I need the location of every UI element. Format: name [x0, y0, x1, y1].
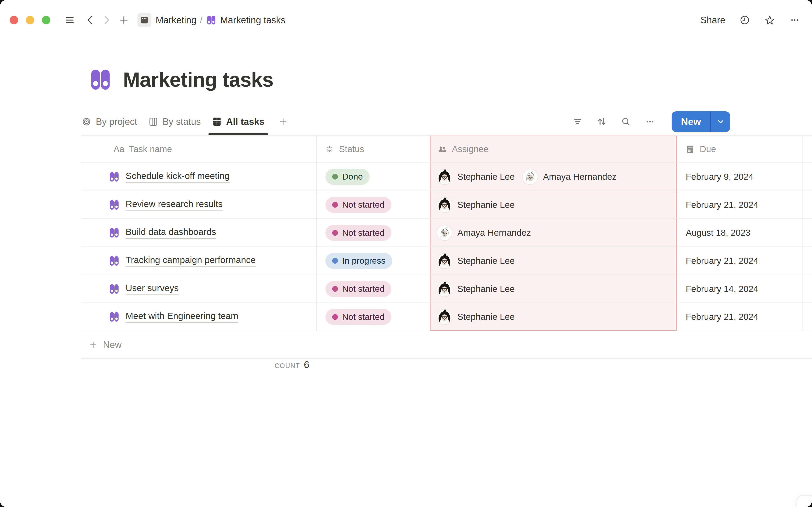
nav-back-button[interactable]	[83, 13, 97, 27]
new-button-dropdown[interactable]	[710, 111, 730, 132]
status-pill[interactable]: Not started	[325, 281, 392, 297]
column-label: Status	[339, 144, 364, 154]
status-cell[interactable]: Not started	[317, 303, 430, 331]
new-button[interactable]: New	[672, 111, 730, 132]
new-tab-button[interactable]	[117, 13, 131, 27]
status-pill[interactable]: Not started	[325, 225, 392, 241]
due-date-cell[interactable]: February 21, 2024	[677, 247, 803, 275]
chevron-right-icon	[101, 14, 112, 25]
assignee-cell[interactable]: Stephanie LeeAmaya Hernandez	[430, 163, 677, 190]
table-footer: COUNT 6	[82, 359, 812, 387]
count-label: COUNT	[275, 362, 300, 370]
minimize-window-button[interactable]	[26, 16, 34, 24]
assignee-cell[interactable]: Stephanie Lee	[430, 303, 677, 331]
due-date-cell[interactable]: February 21, 2024	[677, 303, 803, 331]
assignee-cell[interactable]: Stephanie Lee	[430, 247, 677, 275]
column-header-task-name[interactable]: Aa Task name	[82, 135, 317, 162]
row-spacer	[803, 219, 812, 246]
assignee-cell[interactable]: Stephanie Lee	[430, 275, 677, 303]
sidebar-menu-button[interactable]	[63, 13, 77, 27]
avatar	[436, 197, 453, 213]
view-tabs-bar: By project By status All tasks New	[82, 108, 812, 135]
status-label: Not started	[342, 200, 385, 210]
assignee-chip: Stephanie Lee	[436, 197, 515, 213]
zoom-window-button[interactable]	[42, 16, 50, 24]
table-row: Build data dashboardsNot startedAmaya He…	[82, 219, 812, 247]
assignee-name: Stephanie Lee	[457, 256, 515, 266]
row-spacer	[803, 303, 812, 331]
due-date: February 21, 2024	[686, 200, 758, 210]
due-date-cell[interactable]: February 21, 2024	[677, 191, 803, 219]
due-date-cell[interactable]: February 9, 2024	[677, 163, 803, 190]
add-view-button[interactable]	[273, 108, 293, 135]
binoculars-icon	[108, 171, 120, 183]
page-binoculars-icon[interactable]	[88, 67, 113, 92]
avatar	[436, 225, 453, 241]
history-clock-icon[interactable]	[739, 14, 750, 25]
table-row: Tracking campaign performanceIn progress…	[82, 247, 812, 275]
close-window-button[interactable]	[10, 16, 18, 24]
task-name-cell[interactable]: Meet with Engineering team	[82, 303, 317, 331]
favorite-star-icon[interactable]	[764, 14, 775, 25]
column-header-assignee[interactable]: Assignee	[430, 135, 677, 162]
status-cell[interactable]: Not started	[317, 275, 430, 303]
status-pill[interactable]: In progress	[325, 253, 392, 269]
marketing-page-icon	[138, 13, 151, 27]
status-pill[interactable]: Done	[325, 169, 370, 185]
task-name-cell[interactable]: Tracking campaign performance	[82, 247, 317, 275]
task-name-link[interactable]: Review research results	[125, 199, 223, 211]
binoculars-icon	[108, 311, 120, 323]
task-name-cell[interactable]: Schedule kick-off meeting	[82, 163, 317, 190]
task-name-link[interactable]: User surveys	[125, 283, 179, 295]
tab-by-status[interactable]: By status	[143, 108, 206, 135]
search-icon[interactable]	[620, 116, 631, 127]
task-name-link[interactable]: Schedule kick-off meeting	[125, 171, 230, 183]
nav-forward-button[interactable]	[99, 13, 114, 27]
more-options-icon[interactable]	[789, 14, 800, 25]
view-options-icon[interactable]	[645, 116, 656, 127]
new-button-label[interactable]: New	[672, 111, 710, 132]
status-cell[interactable]: Done	[317, 163, 430, 190]
due-date-cell[interactable]: February 14, 2024	[677, 275, 803, 303]
assignee-chip: Stephanie Lee	[436, 169, 515, 185]
tab-by-project[interactable]: By project	[82, 108, 143, 135]
binoculars-icon	[108, 227, 120, 239]
status-cell[interactable]: Not started	[317, 219, 430, 246]
breadcrumb-parent[interactable]: Marketing	[131, 13, 196, 27]
column-header-status[interactable]: Status	[317, 135, 430, 162]
count-calculation[interactable]: COUNT 6	[82, 359, 317, 387]
assignee-cell[interactable]: Stephanie Lee	[430, 191, 677, 219]
status-cell[interactable]: In progress	[317, 247, 430, 275]
filter-icon[interactable]	[572, 116, 583, 127]
status-pill[interactable]: Not started	[325, 197, 392, 213]
avatar	[436, 252, 453, 269]
assignee-name: Amaya Hernandez	[543, 172, 617, 182]
share-button[interactable]: Share	[701, 15, 725, 25]
task-name-cell[interactable]: Build data dashboards	[82, 219, 317, 246]
table-body: Schedule kick-off meetingDoneStephanie L…	[82, 163, 812, 331]
tab-label: By project	[96, 116, 137, 127]
page-title[interactable]: Marketing tasks	[123, 68, 273, 91]
plus-icon	[89, 340, 98, 349]
new-row-button[interactable]: New	[82, 331, 812, 359]
task-name-link[interactable]: Build data dashboards	[125, 227, 216, 239]
table-row: User surveysNot startedStephanie LeeFebr…	[82, 275, 812, 303]
status-cell[interactable]: Not started	[317, 191, 430, 219]
status-dot-icon	[332, 286, 338, 292]
column-header-due[interactable]: Due	[677, 135, 803, 162]
table-header-row: Aa Task name Status Assignee Due	[82, 135, 812, 163]
task-name-cell[interactable]: Review research results	[82, 191, 317, 219]
status-pill[interactable]: Not started	[325, 309, 392, 325]
tab-all-tasks[interactable]: All tasks	[206, 108, 270, 135]
task-name-cell[interactable]: User surveys	[82, 275, 317, 303]
task-name-link[interactable]: Tracking campaign performance	[125, 255, 256, 267]
due-date-cell[interactable]: August 18, 2023	[677, 219, 803, 246]
assignee-name: Stephanie Lee	[457, 312, 515, 322]
assignee-cell[interactable]: Amaya Hernandez	[430, 219, 677, 246]
sort-icon[interactable]	[596, 116, 607, 127]
breadcrumb-current[interactable]: Marketing tasks	[206, 14, 285, 25]
help-bubble[interactable]	[797, 495, 812, 507]
calendar-icon	[686, 144, 695, 154]
avatar	[436, 308, 453, 325]
task-name-link[interactable]: Meet with Engineering team	[125, 311, 238, 323]
